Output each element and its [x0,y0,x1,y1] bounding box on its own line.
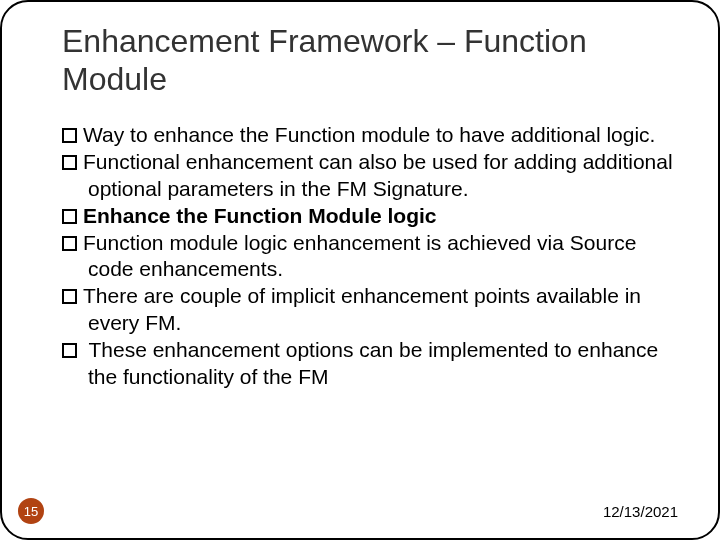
slide: Enhancement Framework – Function Module … [0,0,720,540]
page-number: 15 [18,498,44,524]
list-item: There are couple of implicit enhancement… [62,283,678,337]
item-text: These enhancement options can be impleme… [83,338,658,388]
item-text: Function module logic enhancement is ach… [83,231,636,281]
checkbox-icon [62,155,77,170]
checkbox-icon [62,128,77,143]
checkbox-icon [62,289,77,304]
slide-body: Way to enhance the Function module to ha… [62,122,678,391]
checkbox-icon [62,209,77,224]
item-text: Way to enhance the Function module to ha… [83,123,655,146]
list-item: Way to enhance the Function module to ha… [62,122,678,149]
date: 12/13/2021 [603,503,678,520]
item-text: Functional enhancement can also be used … [83,150,673,200]
checkbox-icon [62,343,77,358]
list-item: Enhance the Function Module logic [62,203,678,230]
list-item: Functional enhancement can also be used … [62,149,678,203]
slide-title: Enhancement Framework – Function Module [62,22,678,99]
item-text: There are couple of implicit enhancement… [83,284,641,334]
list-item: Function module logic enhancement is ach… [62,230,678,284]
checkbox-icon [62,236,77,251]
item-text: Enhance the Function Module logic [83,204,437,227]
list-item: These enhancement options can be impleme… [62,337,678,391]
